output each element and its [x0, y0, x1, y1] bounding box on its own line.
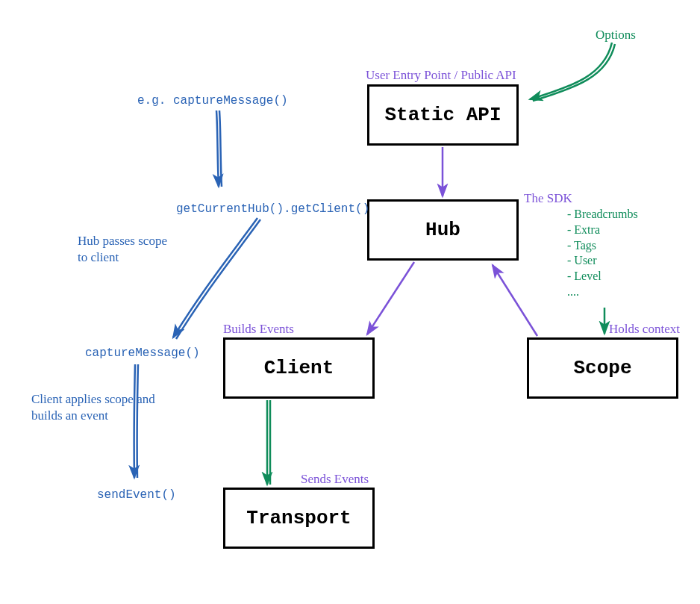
box-hub-label: Hub	[425, 219, 460, 241]
flow-step2-note: Hub passes scope to client	[78, 233, 167, 266]
box-client-label: Client	[264, 357, 334, 379]
box-transport: Transport	[223, 488, 375, 549]
flow-step4: sendEvent()	[97, 488, 176, 503]
diagram-canvas: Static API Hub Client Scope Transport Us…	[0, 0, 700, 604]
flow-step3: captureMessage()	[85, 346, 200, 361]
annotation-options: Options	[596, 27, 636, 43]
caption-hub: The SDK	[524, 190, 572, 207]
box-client: Client	[223, 337, 375, 399]
caption-scope: Holds context	[609, 321, 680, 337]
flow-step2: getCurrentHub().getClient()	[176, 202, 369, 217]
box-scope: Scope	[527, 337, 678, 399]
box-scope-label: Scope	[573, 357, 631, 379]
caption-client: Builds Events	[223, 321, 294, 337]
box-transport-label: Transport	[246, 507, 351, 529]
caption-static-api: User Entry Point / Public API	[366, 67, 516, 84]
caption-transport: Sends Events	[301, 471, 369, 488]
annotation-scope-list: - Breadcrumbs - Extra - Tags - User - Le…	[567, 207, 638, 300]
flow-step3-note: Client applies scope and builds an event	[31, 391, 155, 424]
box-static-api: Static API	[367, 84, 519, 146]
flow-step1: e.g. captureMessage()	[137, 93, 288, 109]
box-hub: Hub	[367, 199, 519, 261]
box-static-api-label: Static API	[384, 104, 501, 126]
